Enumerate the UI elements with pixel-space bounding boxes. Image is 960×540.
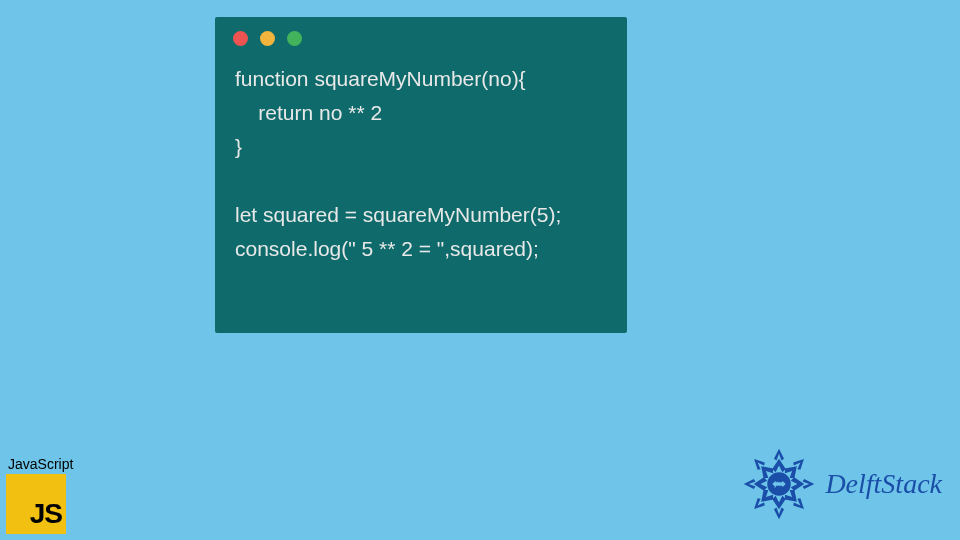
delftstack-logo-icon: /: [737, 442, 821, 526]
close-icon: [233, 31, 248, 46]
code-window: function squareMyNumber(no){ return no *…: [215, 17, 627, 333]
javascript-logo-icon: JS: [6, 474, 66, 534]
code-snippet: function squareMyNumber(no){ return no *…: [215, 54, 627, 266]
window-controls: [215, 17, 627, 54]
maximize-icon: [287, 31, 302, 46]
javascript-badge: JavaScript JS: [6, 456, 73, 534]
javascript-label: JavaScript: [8, 456, 73, 472]
delftstack-brand: / DelftStack: [737, 442, 942, 526]
javascript-logo-text: JS: [30, 498, 62, 530]
minimize-icon: [260, 31, 275, 46]
svg-text:/: /: [774, 480, 779, 489]
delftstack-brand-name: DelftStack: [825, 468, 942, 500]
